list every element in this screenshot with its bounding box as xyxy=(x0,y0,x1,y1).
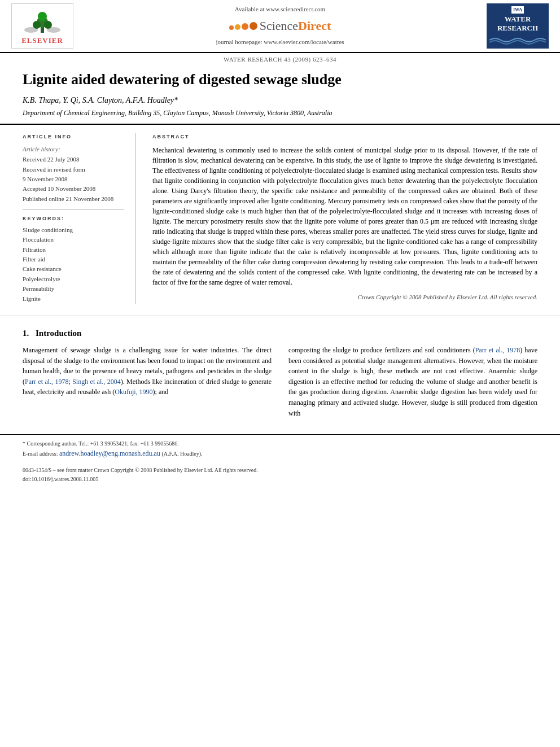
svg-point-6 xyxy=(24,27,38,33)
history-item-2: Received in revised form xyxy=(23,165,124,174)
section-title-text: Introduction xyxy=(36,329,81,338)
intro-right-col: composting the sludge to produce fertili… xyxy=(288,345,537,423)
footer-strip: 0043-1354/$ – see front matter Crown Cop… xyxy=(0,464,560,486)
email-label: E-mail address: xyxy=(23,451,58,457)
journal-homepage: journal homepage: www.elsevier.com/locat… xyxy=(216,38,344,46)
keyword-4: Filter aid xyxy=(23,255,124,264)
intro-para-right-1: composting the sludge to produce fertili… xyxy=(288,345,537,418)
article-info-panel: ARTICLE INFO Article history: Received 2… xyxy=(23,133,135,304)
section-number: 1. xyxy=(23,329,29,338)
keyword-1: Sludge conditioning xyxy=(23,226,124,234)
history-item-3: 9 November 2008 xyxy=(23,175,124,184)
intro-para-left-1: Management of sewage sludge is a challen… xyxy=(23,345,272,397)
ref-parr-1978[interactable]: Parr et al., 1978 xyxy=(25,378,68,386)
wr-iwa-badge: IWA xyxy=(511,6,524,14)
center-header: Available at www.sciencedirect.com Scien… xyxy=(73,5,487,47)
wr-title: WATERRESEARCH xyxy=(497,15,538,32)
footnote-corresponding: * Corresponding author. Tel.: +61 3 9905… xyxy=(23,439,537,448)
introduction-layout: Management of sewage sludge is a challen… xyxy=(23,345,537,423)
abstract-text: Mechanical dewatering is commonly used t… xyxy=(152,145,537,287)
sciencedirect-logo: ScienceDirect xyxy=(229,18,331,35)
abstract-section: ABSTRACT Mechanical dewatering is common… xyxy=(152,133,537,304)
sd-dots xyxy=(229,22,257,30)
keyword-7: Permeability xyxy=(23,285,124,293)
history-item-4: Accepted 10 November 2008 xyxy=(23,185,124,193)
water-research-logo: IWA WATERRESEARCH xyxy=(487,3,549,49)
elsevier-brand-text: ELSEVIER xyxy=(21,36,63,46)
ref-parr-1978b[interactable]: Parr et al., 1978 xyxy=(475,346,520,354)
keyword-8: Lignite xyxy=(23,295,124,303)
svg-point-5 xyxy=(38,12,47,21)
footnote-email-link[interactable]: andrew.hoadley@eng.monash.edu.au xyxy=(59,449,160,457)
sciencedirect-text: ScienceDirect xyxy=(260,18,331,35)
article-info-title: ARTICLE INFO xyxy=(23,133,124,141)
article-body: ARTICLE INFO Article history: Received 2… xyxy=(0,125,560,316)
journal-header: ELSEVIER Available at www.sciencedirect.… xyxy=(0,0,560,53)
abstract-title: ABSTRACT xyxy=(152,133,537,141)
article-authors: K.B. Thapa, Y. Qi, S.A. Clayton, A.F.A. … xyxy=(23,95,537,106)
history-item-5: Published online 21 November 2008 xyxy=(23,195,124,203)
history-label: Article history: xyxy=(23,145,124,154)
copyright-line: Crown Copyright © 2008 Published by Else… xyxy=(152,293,537,302)
footer-line-2: doi:10.1016/j.watres.2008.11.005 xyxy=(23,475,537,484)
history-item-1: Received 22 July 2008 xyxy=(23,155,124,164)
keyword-2: Flocculation xyxy=(23,235,124,244)
article-affiliation: Department of Chemical Engineering, Buil… xyxy=(23,108,537,118)
journal-ref: WATER RESEARCH 43 (2009) 623–634 xyxy=(0,53,560,64)
introduction-heading: 1. Introduction xyxy=(23,327,537,339)
keyword-6: Polyelectrolyte xyxy=(23,275,124,283)
elsevier-logo: ELSEVIER xyxy=(11,3,73,49)
intro-left-col: Management of sewage sludge is a challen… xyxy=(23,345,272,423)
ref-singh-2004[interactable]: Singh et al., 2004 xyxy=(72,378,120,386)
article-title-section: Lignite aided dewatering of digested sew… xyxy=(0,64,560,125)
footer-line-1: 0043-1354/$ – see front matter Crown Cop… xyxy=(23,466,537,475)
footnote-email-suffix: (A.F.A. Hoadley). xyxy=(161,451,202,457)
introduction-section: 1. Introduction Management of sewage slu… xyxy=(0,316,560,429)
footnote-email: E-mail address: andrew.hoadley@eng.monas… xyxy=(23,448,537,459)
info-divider xyxy=(23,209,124,209)
svg-point-7 xyxy=(47,27,60,33)
article-title: Lignite aided dewatering of digested sew… xyxy=(23,71,537,89)
ref-okufuji-1990[interactable]: Okufuji, 1990 xyxy=(115,388,152,396)
keywords-title: Keywords: xyxy=(23,215,124,222)
keyword-3: Filtration xyxy=(23,246,124,254)
footnotes-area: * Corresponding author. Tel.: +61 3 9905… xyxy=(0,434,560,464)
keyword-5: Cake resistance xyxy=(23,265,124,273)
available-text: Available at www.sciencedirect.com xyxy=(235,5,325,14)
